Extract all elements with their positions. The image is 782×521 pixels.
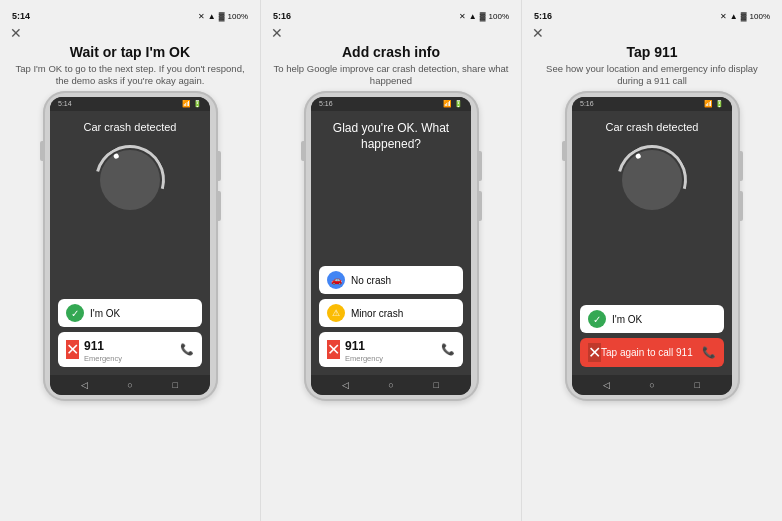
- call-911-button-2[interactable]: ✕ 911 Emergency 📞: [319, 332, 463, 367]
- 911-number-1: 911: [84, 339, 104, 353]
- 911-left-2: ✕ 911 Emergency: [327, 336, 441, 363]
- close-icon-1[interactable]: ✕: [10, 26, 22, 40]
- wifi-icon-2: ▲: [469, 12, 477, 21]
- status-icons-3: ✕ ▲ ▓ 100%: [720, 12, 770, 21]
- screen-title-2: Glad you're OK. What happened?: [319, 121, 463, 152]
- status-time-2: 5:16: [273, 11, 291, 21]
- side-btn-bottom-2: [478, 191, 482, 221]
- battery-pct-2: 100%: [489, 12, 509, 21]
- wifi-icon-1: ▲: [208, 12, 216, 21]
- no-crash-icon: 🚗: [327, 271, 345, 289]
- im-ok-button-3[interactable]: ✓ I'm OK: [580, 305, 724, 333]
- phone-screen-2: 5:16 📶 🔋 Glad you're OK. What happened? …: [311, 97, 471, 395]
- status-icons-2: ✕ ▲ ▓ 100%: [459, 12, 509, 21]
- screen-time-2: 5:16: [319, 100, 333, 108]
- battery-pct-1: 100%: [228, 12, 248, 21]
- no-crash-label: No crash: [351, 275, 391, 286]
- screen-buttons-1: ✓ I'm OK ✕ 911 Emergency 📞: [58, 299, 202, 367]
- screen-content-3: Car crash detected ✓ I'm OK ✕ Tap again …: [572, 111, 732, 375]
- ok-label-3: I'm OK: [612, 314, 642, 325]
- side-btn-left-3: [562, 141, 566, 161]
- status-bar-1: 5:14 ✕ ▲ ▓ 100%: [6, 8, 254, 24]
- status-time-3: 5:16: [534, 11, 552, 21]
- signal-icon-1: ✕: [198, 12, 205, 21]
- 911-number-2: 911: [345, 339, 365, 353]
- panel-title-1: Wait or tap I'm OK: [70, 44, 190, 61]
- signal-icon-2: ✕: [459, 12, 466, 21]
- minor-crash-button[interactable]: ⚠ Minor crash: [319, 299, 463, 327]
- spinner-arc-3: [604, 133, 700, 229]
- tap-911-label: Tap again to call 911: [601, 347, 702, 358]
- nav-back-1[interactable]: ◁: [79, 379, 91, 391]
- screen-statusbar-1: 5:14 📶 🔋: [50, 97, 210, 111]
- phone-icon-1: 📞: [180, 343, 194, 356]
- nav-back-3[interactable]: ◁: [601, 379, 613, 391]
- screen-icons-1: 📶 🔋: [182, 100, 202, 108]
- screen-buttons-2: 🚗 No crash ⚠ Minor crash ✕ 911 Emergency: [319, 266, 463, 367]
- side-btn-top-1: [217, 151, 221, 181]
- side-btn-top-3: [739, 151, 743, 181]
- 911-info-1: 911 Emergency: [84, 336, 122, 363]
- close-icon-2[interactable]: ✕: [271, 26, 283, 40]
- spinner-dot-3: [635, 153, 642, 160]
- screen-icons-2: 📶 🔋: [443, 100, 463, 108]
- battery-icon-1: ▓: [219, 12, 225, 21]
- phone-navbar-1: ◁ ○ □: [50, 375, 210, 395]
- screen-title-1: Car crash detected: [84, 121, 177, 133]
- screen-buttons-3: ✓ I'm OK ✕ Tap again to call 911 📞: [580, 305, 724, 367]
- status-time-1: 5:14: [12, 11, 30, 21]
- screen-statusbar-3: 5:16 📶 🔋: [572, 97, 732, 111]
- nav-home-2[interactable]: ○: [385, 379, 397, 391]
- 911-info-2: 911 Emergency: [345, 336, 383, 363]
- minor-crash-label: Minor crash: [351, 308, 403, 319]
- 911-left-1: ✕ 911 Emergency: [66, 336, 180, 363]
- ok-icon-3: ✓: [588, 310, 606, 328]
- battery-icon-3: ▓: [741, 12, 747, 21]
- wifi-icon-3: ▲: [730, 12, 738, 21]
- screen-title-3: Car crash detected: [606, 121, 699, 133]
- nav-recent-1[interactable]: □: [169, 379, 181, 391]
- panel-title-3: Tap 911: [626, 44, 677, 61]
- nav-recent-2[interactable]: □: [430, 379, 442, 391]
- phone-mockup-3: 5:16 📶 🔋 Car crash detected ✓ I'm OK: [565, 91, 740, 401]
- close-row-1: ✕: [6, 24, 254, 42]
- status-icons-1: ✕ ▲ ▓ 100%: [198, 12, 248, 21]
- im-ok-button-1[interactable]: ✓ I'm OK: [58, 299, 202, 327]
- call-911-button-1[interactable]: ✕ 911 Emergency 📞: [58, 332, 202, 367]
- 911-icon-2: ✕: [327, 340, 340, 359]
- spinner-area-1: [95, 145, 165, 215]
- 911-sub-2: Emergency: [345, 354, 383, 363]
- panel-desc-1: Tap I'm OK to go to the next step. If yo…: [12, 63, 248, 88]
- 911-icon-1: ✕: [66, 340, 79, 359]
- screen-content-1: Car crash detected ✓ I'm OK ✕: [50, 111, 210, 375]
- phone-mockup-1: 5:14 📶 🔋 Car crash detected ✓ I'm OK: [43, 91, 218, 401]
- side-btn-left-1: [40, 141, 44, 161]
- phone-screen-1: 5:14 📶 🔋 Car crash detected ✓ I'm OK: [50, 97, 210, 395]
- no-crash-button[interactable]: 🚗 No crash: [319, 266, 463, 294]
- nav-home-1[interactable]: ○: [124, 379, 136, 391]
- screen-icons-3: 📶 🔋: [704, 100, 724, 108]
- close-row-3: ✕: [528, 24, 776, 42]
- screen-statusbar-2: 5:16 📶 🔋: [311, 97, 471, 111]
- phone-navbar-3: ◁ ○ □: [572, 375, 732, 395]
- screen-time-1: 5:14: [58, 100, 72, 108]
- signal-icon-3: ✕: [720, 12, 727, 21]
- side-btn-bottom-3: [739, 191, 743, 221]
- ok-label-1: I'm OK: [90, 308, 120, 319]
- ok-icon-1: ✓: [66, 304, 84, 322]
- tap-911-button[interactable]: ✕ Tap again to call 911 📞: [580, 338, 724, 367]
- spinner-area-3: [617, 145, 687, 215]
- panel-title-2: Add crash info: [342, 44, 440, 61]
- side-btn-left-2: [301, 141, 305, 161]
- close-icon-3[interactable]: ✕: [532, 26, 544, 40]
- nav-home-3[interactable]: ○: [646, 379, 658, 391]
- screen-time-3: 5:16: [580, 100, 594, 108]
- battery-icon-2: ▓: [480, 12, 486, 21]
- spinner-arc-1: [82, 133, 178, 229]
- panel-wait-ok: 5:14 ✕ ▲ ▓ 100% ✕ Wait or tap I'm OK Tap…: [0, 0, 260, 521]
- phone-navbar-2: ◁ ○ □: [311, 375, 471, 395]
- status-bar-3: 5:16 ✕ ▲ ▓ 100%: [528, 8, 776, 24]
- panel-tap-911: 5:16 ✕ ▲ ▓ 100% ✕ Tap 911 See how your l…: [521, 0, 782, 521]
- nav-back-2[interactable]: ◁: [340, 379, 352, 391]
- nav-recent-3[interactable]: □: [691, 379, 703, 391]
